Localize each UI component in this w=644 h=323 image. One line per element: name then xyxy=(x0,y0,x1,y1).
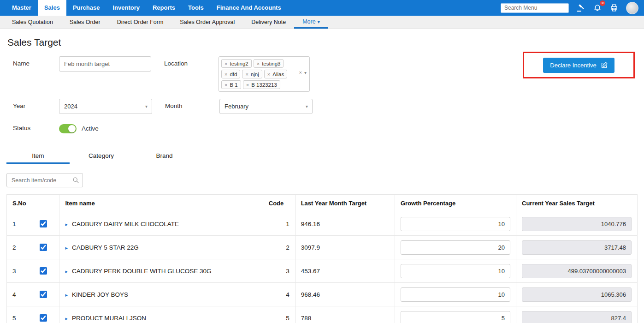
code-cell: 2 xyxy=(263,236,295,259)
expand-row-icon[interactable]: ▸ xyxy=(65,269,68,274)
remove-tag-icon[interactable]: × xyxy=(246,82,249,88)
location-multiselect[interactable]: ×testing2 ×testing3 ×dfd ×njnj ×Alias ×B… xyxy=(219,56,310,92)
sno-cell: 1 xyxy=(7,212,32,236)
main-menu: Master Sales Purchase Inventory Reports … xyxy=(6,0,288,16)
notification-badge: 38 xyxy=(600,0,605,6)
menu-search-input[interactable] xyxy=(501,3,569,13)
location-tag: ×testing3 xyxy=(254,59,284,68)
table-row: 1 ▸CADBURY DAIRY MILK CHOCOLATE 1 946.16 xyxy=(7,212,638,236)
toggle-knob xyxy=(68,125,76,132)
expand-row-icon[interactable]: ▸ xyxy=(65,316,68,321)
form-row-status: Status Active xyxy=(6,121,638,136)
row-checkbox[interactable] xyxy=(40,220,47,227)
declare-incentive-button[interactable]: Declare Incentive xyxy=(543,58,614,73)
tag-label: B 1323213 xyxy=(251,82,277,88)
sales-target-form: Name Location ×testing2 ×testing3 ×dfd ×… xyxy=(6,56,638,136)
sales-target-table: S.No Item name Code Last Year Month Targ… xyxy=(6,194,638,323)
item-name: PRODUCT MURALI JSON xyxy=(72,315,146,322)
location-tag: ×Alias xyxy=(264,70,287,78)
page-title: Sales Target xyxy=(7,37,638,48)
last-year-target-cell: 946.16 xyxy=(295,212,395,236)
location-label: Location xyxy=(164,56,219,71)
growth-percentage-input[interactable] xyxy=(401,311,510,323)
sales-target-page: Sales Target Name Location ×testing2 ×te… xyxy=(0,37,644,323)
nav-item-purchase[interactable]: Purchase xyxy=(66,0,106,16)
last-year-target-cell: 968.46 xyxy=(295,283,395,306)
item-name: KINDER JOY BOYS xyxy=(72,291,128,298)
last-year-target-cell: 453.67 xyxy=(295,259,395,283)
location-tag: ×njnj xyxy=(242,70,262,78)
row-checkbox[interactable] xyxy=(40,314,47,322)
chevron-down-icon[interactable]: ▾ xyxy=(304,70,307,75)
name-input[interactable] xyxy=(59,56,151,72)
sno-cell: 5 xyxy=(7,306,32,323)
item-name: CADBURY DAIRY MILK CHOCOLATE xyxy=(72,221,179,227)
location-tag: ×B 1323213 xyxy=(243,80,280,89)
header-growth-percentage: Growth Percentage xyxy=(395,195,516,212)
header-item-name: Item name xyxy=(59,195,263,212)
expand-row-icon[interactable]: ▸ xyxy=(65,245,68,251)
subnav-item-sales-quotation[interactable]: Sales Quotation xyxy=(4,16,61,29)
declare-incentive-label: Declare Incentive xyxy=(550,62,596,69)
item-search-input[interactable] xyxy=(6,173,83,187)
expand-row-icon[interactable]: ▸ xyxy=(65,221,68,227)
item-name: CADBURY PERK DOUBLE WITH GLUCOSE 30G xyxy=(72,268,212,275)
growth-percentage-input[interactable] xyxy=(401,287,510,302)
month-label: Month xyxy=(165,99,219,114)
clear-all-icon[interactable]: × xyxy=(299,70,302,75)
row-checkbox[interactable] xyxy=(40,267,47,275)
month-select[interactable]: February ▾ xyxy=(219,99,313,114)
tag-label: njnj xyxy=(251,72,259,77)
current-year-target-input xyxy=(522,264,632,278)
nav-item-reports[interactable]: Reports xyxy=(146,0,182,16)
header-code: Code xyxy=(263,195,295,212)
subnav-item-direct-order-form[interactable]: Direct Order Form xyxy=(109,16,172,29)
top-navbar: Master Sales Purchase Inventory Reports … xyxy=(0,0,644,16)
subnav-item-more[interactable]: More▾ xyxy=(294,16,328,29)
growth-percentage-input[interactable] xyxy=(401,240,510,255)
nav-item-master[interactable]: Master xyxy=(6,0,38,16)
remove-tag-icon[interactable]: × xyxy=(225,82,227,88)
subnav-item-sales-order[interactable]: Sales Order xyxy=(61,16,109,29)
subnav-item-delivery-note[interactable]: Delivery Note xyxy=(243,16,294,29)
remove-tag-icon[interactable]: × xyxy=(245,72,248,77)
remove-tag-icon[interactable]: × xyxy=(267,72,270,77)
subnav-item-sales-order-approval[interactable]: Sales Order Approval xyxy=(171,16,243,29)
remove-tag-icon[interactable]: × xyxy=(225,72,227,77)
sales-subnav: Sales Quotation Sales Order Direct Order… xyxy=(0,16,644,29)
tab-category[interactable]: Category xyxy=(70,147,133,164)
search-icon[interactable] xyxy=(72,177,79,185)
year-select[interactable]: 2024 ▾ xyxy=(59,99,152,114)
item-name: CADBURY 5 STAR 22G xyxy=(72,244,139,251)
growth-percentage-input[interactable] xyxy=(401,217,510,231)
nav-item-sales[interactable]: Sales xyxy=(38,0,66,16)
tab-item[interactable]: Item xyxy=(6,147,70,164)
nav-item-tools[interactable]: Tools xyxy=(182,0,210,16)
declare-incentive-highlight-box: Declare Incentive xyxy=(523,52,635,78)
header-select xyxy=(32,195,59,212)
growth-percentage-input[interactable] xyxy=(401,264,510,278)
user-avatar[interactable] xyxy=(626,2,638,14)
printer-icon[interactable] xyxy=(609,3,619,12)
remove-tag-icon[interactable]: × xyxy=(257,61,260,66)
last-year-target-cell: 788 xyxy=(295,306,395,323)
chevron-down-icon: ▾ xyxy=(306,99,308,114)
table-header-row: S.No Item name Code Last Year Month Targ… xyxy=(7,195,638,212)
tag-label: Alias xyxy=(272,72,284,77)
notifications-bell-icon[interactable]: 38 xyxy=(593,3,602,12)
year-label: Year xyxy=(6,99,59,114)
tab-brand[interactable]: Brand xyxy=(133,147,196,164)
row-checkbox[interactable] xyxy=(40,291,47,298)
remove-tag-icon[interactable]: × xyxy=(225,61,227,66)
status-toggle[interactable] xyxy=(59,124,77,133)
tag-label: testing3 xyxy=(262,61,280,66)
nav-item-finance-and-accounts[interactable]: Finance And Accounts xyxy=(210,0,288,16)
tag-label: B 1 xyxy=(230,82,237,88)
row-checkbox[interactable] xyxy=(40,244,47,251)
status-value: Active xyxy=(82,125,99,132)
status-toggle-wrap: Active xyxy=(59,121,99,136)
expand-row-icon[interactable]: ▸ xyxy=(65,292,68,298)
gavel-icon[interactable] xyxy=(576,3,585,12)
location-tag: ×dfd xyxy=(221,70,240,78)
nav-item-inventory[interactable]: Inventory xyxy=(106,0,146,16)
